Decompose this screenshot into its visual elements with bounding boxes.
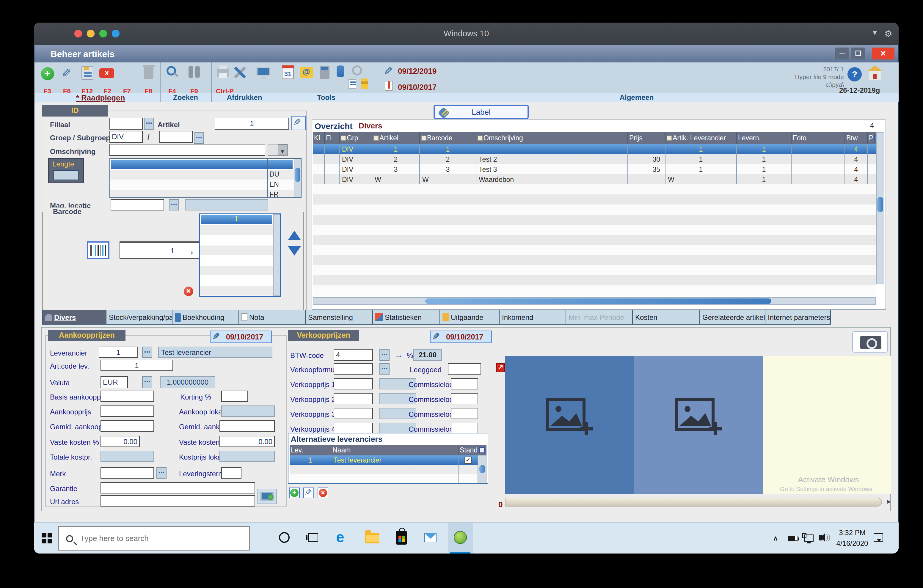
col-prijs[interactable]: Prijs [628, 132, 665, 144]
artcode-input[interactable] [100, 360, 173, 371]
tray-chevron-icon[interactable]: ∧ [773, 534, 778, 542]
url-input[interactable] [100, 495, 255, 507]
taskbar-search[interactable] [58, 526, 250, 550]
col-lev[interactable]: Lev. [290, 445, 331, 455]
barcode-list[interactable]: 1 [199, 214, 281, 297]
home-icon[interactable] [869, 71, 881, 80]
language-combobox[interactable] [268, 144, 288, 156]
leverancier-input[interactable] [99, 347, 138, 358]
verkoopprijs2-input[interactable] [333, 393, 373, 404]
delete-tag-icon[interactable] [99, 68, 114, 78]
camera-button[interactable] [852, 331, 888, 353]
tab-inkomend[interactable]: Inkomend [499, 310, 566, 325]
verkoopprijs1-input[interactable] [333, 378, 373, 389]
basis-input[interactable] [100, 391, 154, 402]
calendar-icon[interactable]: 31 [282, 67, 294, 79]
clock[interactable]: 3:32 PM 4/16/2020 [834, 527, 870, 549]
maximize-button[interactable]: ☐ [851, 48, 866, 59]
arrow-right-icon[interactable]: → [182, 243, 195, 259]
col-levern[interactable]: Levern. [737, 132, 792, 144]
tab-stock-verpakking[interactable]: Stock/verpakking/pa [107, 310, 172, 325]
photo-slot-3[interactable]: Activate Windows Go to Settings to activ… [763, 356, 891, 494]
vaste-pct-input[interactable] [100, 436, 140, 447]
scrollbar-thumb[interactable] [480, 465, 485, 473]
scrollbar-thumb[interactable] [295, 168, 301, 182]
tab-divers[interactable]: Divers [42, 310, 107, 325]
col-artikel[interactable]: Artikel [372, 132, 420, 144]
note-icon[interactable] [348, 79, 356, 89]
tab-boekhouding[interactable]: Boekhouding [172, 310, 239, 325]
altlev-add-button[interactable]: + [289, 488, 300, 498]
gemid-input[interactable] [100, 420, 154, 432]
save-icon[interactable] [82, 66, 94, 80]
file-explorer-icon[interactable] [365, 533, 379, 544]
tools-icon[interactable] [233, 66, 247, 79]
artikel-input[interactable] [215, 118, 289, 130]
store-icon[interactable] [396, 531, 407, 545]
standard-checkbox[interactable] [465, 457, 471, 464]
photo-slot-1[interactable] [505, 356, 634, 494]
leverancier-lookup-button[interactable] [142, 347, 152, 358]
jar-icon[interactable] [361, 79, 368, 89]
col-omschrijving[interactable]: Omschrijving [476, 132, 628, 144]
language-list-scrollbar[interactable] [294, 159, 302, 198]
overzicht-vscrollbar[interactable] [876, 132, 884, 284]
dropdown-caret-icon[interactable]: ▼ [871, 28, 879, 37]
network-icon[interactable] [804, 534, 814, 542]
altlev-delete-button[interactable]: ✕ [318, 488, 328, 498]
binoculars-icon[interactable] [189, 66, 200, 78]
tab-gerelateerde-artikels[interactable]: Gerelateerde artikels [700, 310, 765, 325]
verkoopprijs4-input[interactable] [333, 423, 373, 434]
trash-icon[interactable] [144, 67, 153, 79]
commissie1-input[interactable] [451, 378, 478, 389]
col-btw[interactable]: Btw [845, 132, 868, 144]
aankoopprijs-input[interactable] [100, 406, 154, 417]
col-kl[interactable]: Kl [313, 132, 325, 144]
altlev-edit-button[interactable] [303, 488, 314, 498]
altlev-row[interactable]: 1 Test leverancier [290, 455, 486, 465]
commissie4-input[interactable] [451, 423, 478, 434]
move-up-icon[interactable] [288, 231, 301, 240]
cell-scroll[interactable] [478, 465, 486, 474]
col-foto[interactable]: Foto [792, 132, 845, 144]
barcode-list-selected[interactable]: 1 [201, 215, 272, 224]
tab-uitgaande[interactable]: Uitgaande [440, 310, 499, 325]
merk-input[interactable] [100, 467, 154, 479]
mag-locatie-lookup-button[interactable] [169, 199, 179, 210]
gear-icon[interactable]: ⚙ [884, 28, 892, 39]
email-icon[interactable]: @ [300, 67, 313, 78]
language-row-selected[interactable] [111, 160, 292, 169]
print-icon[interactable] [217, 68, 229, 77]
scroll-right-arrow[interactable]: ► [886, 498, 892, 505]
col-fi[interactable]: Fi [325, 132, 340, 144]
tab-kosten[interactable]: Kosten [633, 310, 700, 325]
webcam-icon[interactable] [352, 66, 362, 76]
omschrijving-input[interactable] [109, 144, 265, 156]
search-input[interactable] [80, 534, 229, 543]
cortana-icon[interactable] [279, 532, 290, 543]
commissie2-input[interactable] [451, 393, 478, 404]
scrollbar-thumb[interactable] [877, 197, 883, 212]
barcode-delete-icon[interactable]: ✕ [184, 287, 193, 296]
tab-statistieken[interactable]: Statistieken [373, 310, 440, 325]
korting-input[interactable] [221, 391, 248, 402]
col-grp[interactable]: Grp [340, 132, 372, 144]
language-row[interactable]: FR [110, 190, 294, 198]
col-naam[interactable]: Naam [331, 445, 458, 455]
valuta-lookup-button[interactable] [142, 376, 152, 388]
active-app-button[interactable] [448, 522, 473, 554]
open-url-button[interactable] [258, 489, 276, 504]
language-row[interactable]: DU [110, 170, 294, 179]
col-stand[interactable]: Stand. [458, 445, 478, 455]
gemid-lokaal-input[interactable] [220, 420, 275, 432]
tab-samenstelling[interactable]: Samenstelling [305, 310, 373, 325]
filiaal-lookup-button[interactable] [144, 118, 154, 130]
table-row[interactable]: DIV W W Waardebon W 1 4 [313, 174, 876, 184]
overzicht-hscrollbar[interactable] [313, 297, 876, 305]
move-down-icon[interactable] [288, 246, 301, 256]
vaste-input[interactable] [220, 436, 275, 447]
tab-nota[interactable]: Nota [239, 310, 305, 325]
label-button[interactable]: Label [434, 105, 529, 119]
speaker-icon[interactable] [819, 535, 823, 540]
edge-icon[interactable]: e [336, 530, 344, 544]
